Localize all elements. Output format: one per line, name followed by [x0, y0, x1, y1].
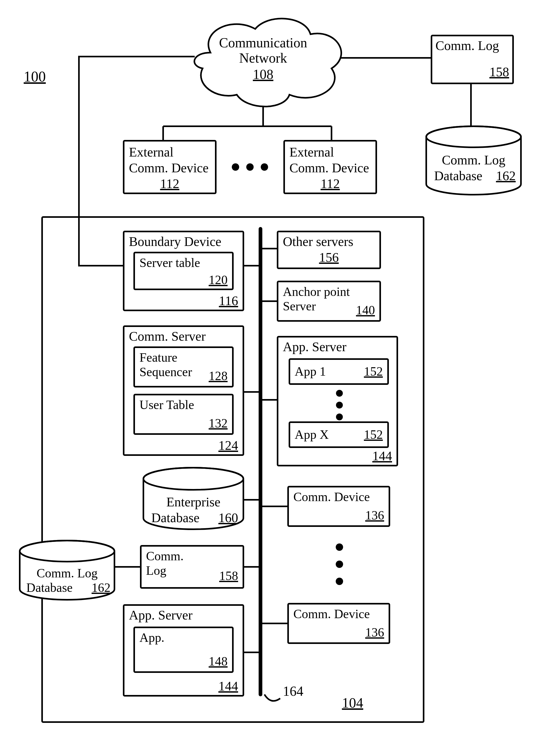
- svg-point-10: [246, 163, 254, 171]
- server-table-label: Server table: [139, 256, 200, 270]
- comm-server: Comm. Server 124 Feature Sequencer 128 U…: [124, 326, 260, 455]
- comm-log-inner-label-2: Log: [146, 563, 166, 577]
- other-servers-ref: 156: [319, 250, 339, 265]
- other-servers-label: Other servers: [283, 234, 353, 249]
- comm-device-2-ref: 136: [365, 625, 384, 639]
- app-server-left: App. Server 144 App. 148: [124, 605, 260, 696]
- svg-point-38: [336, 414, 343, 420]
- svg-point-42: [336, 543, 343, 551]
- comm-log-inner-ref: 158: [219, 569, 238, 583]
- comm-log-db-top: Comm. Log Database 162: [426, 126, 521, 195]
- app-server-right-ref: 144: [372, 448, 392, 463]
- enterprise-db-label-1: Enterprise: [166, 495, 220, 509]
- boundary-device-label: Boundary Device: [129, 234, 221, 249]
- comm-device-2-label: Comm. Device: [293, 607, 370, 621]
- ext-dev-2-ref: 112: [320, 176, 340, 191]
- enterprise-ref: 104: [342, 695, 363, 711]
- user-table-label: User Table: [139, 398, 194, 412]
- ext-dev-2-label-2: Comm. Device: [289, 160, 369, 175]
- cloud-label-1: Communication: [219, 35, 307, 50]
- comm-log-db-top-label-1: Comm. Log: [442, 153, 505, 167]
- boundary-device-ref: 116: [219, 293, 238, 308]
- comm-log-inner-label-1: Comm.: [146, 549, 184, 563]
- comm-log-top: Comm. Log 158: [431, 36, 513, 83]
- feature-seq-label-2: Sequencer: [139, 365, 192, 379]
- cloud-ref: 108: [253, 67, 273, 82]
- comm-server-label: Comm. Server: [129, 329, 206, 344]
- appX-ref: 152: [364, 427, 383, 441]
- comm-log-top-ref: 158: [489, 64, 509, 79]
- app1-ref: 152: [364, 364, 383, 378]
- app-server-left-label: App. Server: [129, 608, 193, 622]
- app-server-left-ref: 144: [218, 679, 238, 693]
- feature-seq-ref: 128: [209, 369, 228, 383]
- cloud-label-2: Network: [239, 51, 287, 65]
- app1-label: App 1: [295, 364, 326, 378]
- ellipsis-horizontal-icon: [232, 163, 268, 171]
- app-server-right: App. Server 144 App 1 152 App X 152: [260, 337, 397, 466]
- app-server-right-label: App. Server: [283, 339, 347, 354]
- svg-point-9: [232, 163, 239, 171]
- comm-log-inner: Comm. Log 158: [113, 546, 260, 588]
- external-comm-device-2: External Comm. Device 112: [284, 141, 376, 193]
- ext-dev-2-label-1: External: [289, 145, 334, 159]
- enterprise-db-label-2: Database: [151, 510, 199, 525]
- comm-log-db-top-ref: 162: [496, 168, 516, 183]
- communication-network-cloud: Communication Network 108: [194, 19, 341, 107]
- app-left-label: App.: [139, 631, 164, 644]
- bus-ref: 164: [283, 684, 303, 699]
- ext-dev-1-label-2: Comm. Device: [129, 160, 209, 175]
- comm-log-db-left: Comm. Log Database 162: [20, 541, 114, 600]
- comm-device-2: Comm. Device 136: [260, 604, 389, 643]
- svg-point-44: [336, 578, 343, 585]
- comm-log-db-left-label-2: Database: [26, 581, 73, 594]
- app-left-ref: 148: [209, 654, 228, 668]
- boundary-device: Boundary Device 116 Server table 120: [124, 231, 260, 310]
- comm-log-db-left-label-1: Comm. Log: [37, 566, 98, 580]
- comm-server-ref: 124: [218, 438, 238, 453]
- svg-point-37: [336, 402, 343, 409]
- external-comm-device-1: External Comm. Device 112: [124, 141, 216, 193]
- ext-dev-1-ref: 112: [160, 176, 179, 191]
- svg-point-36: [336, 390, 343, 397]
- comm-log-top-label: Comm. Log: [435, 38, 499, 53]
- comm-device-1: Comm. Device 136: [260, 487, 389, 526]
- comm-log-db-top-label-2: Database: [434, 168, 482, 183]
- other-servers: Other servers 156: [260, 231, 380, 268]
- anchor-server-label-2: Server: [283, 299, 316, 313]
- ext-dev-1-label-1: External: [129, 145, 173, 159]
- comm-log-db-left-ref: 162: [92, 581, 111, 594]
- anchor-point-server: Anchor point Server 140: [260, 281, 380, 321]
- ellipsis-vertical-icon: [336, 390, 343, 420]
- svg-point-43: [336, 561, 343, 568]
- user-table-ref: 132: [209, 416, 228, 430]
- svg-point-11: [261, 163, 268, 171]
- comm-device-1-ref: 136: [365, 508, 384, 522]
- ellipsis-vertical-icon-2: [336, 543, 343, 585]
- enterprise-db-ref: 160: [218, 510, 238, 525]
- feature-seq-label-1: Feature: [139, 350, 177, 364]
- comm-device-1-label: Comm. Device: [293, 490, 370, 504]
- svg-rect-17: [124, 326, 243, 455]
- anchor-server-ref: 140: [356, 303, 375, 317]
- anchor-server-label-1: Anchor point: [283, 285, 350, 299]
- enterprise-database: Enterprise Database 160: [143, 468, 260, 529]
- figure-ref: 100: [24, 68, 46, 85]
- appX-label: App X: [295, 427, 329, 441]
- server-table-ref: 120: [209, 273, 228, 287]
